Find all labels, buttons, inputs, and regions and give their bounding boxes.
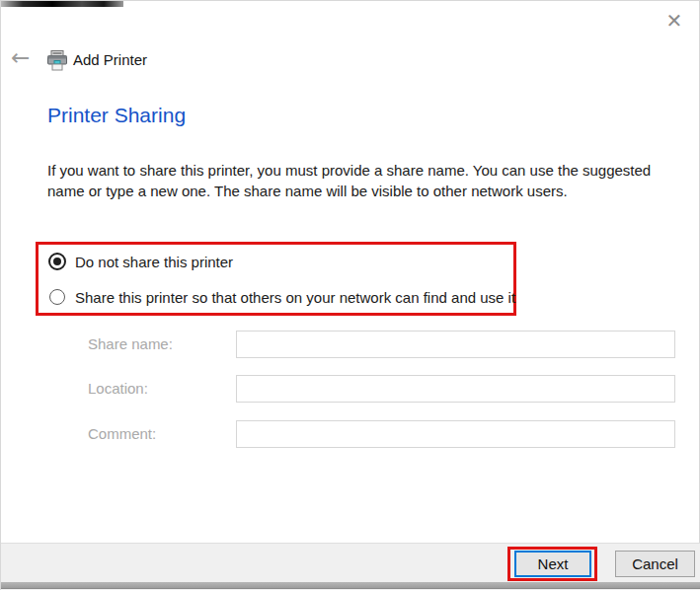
close-button[interactable]: ✕ xyxy=(657,5,692,37)
wizard-title: Add Printer xyxy=(73,51,147,68)
radio-unselected-icon[interactable] xyxy=(49,289,65,305)
printer-icon xyxy=(46,50,68,71)
share-name-input xyxy=(236,331,675,358)
next-button[interactable]: Next xyxy=(514,551,591,577)
location-label: Location: xyxy=(88,380,148,397)
radio-selected-icon[interactable] xyxy=(48,253,66,270)
comment-input xyxy=(236,420,675,448)
location-input xyxy=(236,375,675,403)
description-line-1: If you want to share this printer, you m… xyxy=(47,160,651,181)
description-text: If you want to share this printer, you m… xyxy=(47,160,651,201)
radio-do-not-share-label: Do not share this printer xyxy=(75,254,233,270)
back-button[interactable]: ← xyxy=(11,44,30,70)
back-arrow-icon: ← xyxy=(11,44,30,70)
window-bottom-edge xyxy=(1,582,700,589)
radio-share-printer[interactable]: Share this printer so that others on you… xyxy=(48,288,515,306)
close-icon: ✕ xyxy=(666,9,683,33)
radio-do-not-share[interactable]: Do not share this printer xyxy=(48,253,233,270)
description-line-2: name or type a new one. The share name w… xyxy=(47,181,651,201)
radio-share-printer-label: Share this printer so that others on you… xyxy=(75,289,515,306)
cancel-button[interactable]: Cancel xyxy=(615,551,695,577)
share-name-label: Share name: xyxy=(88,335,173,352)
comment-label: Comment: xyxy=(88,425,156,442)
background-window-fragment xyxy=(1,1,123,7)
page-title: Printer Sharing xyxy=(47,104,186,127)
add-printer-wizard-window: ✕ ← Add Printer Printer Sharing If you w… xyxy=(0,0,700,590)
